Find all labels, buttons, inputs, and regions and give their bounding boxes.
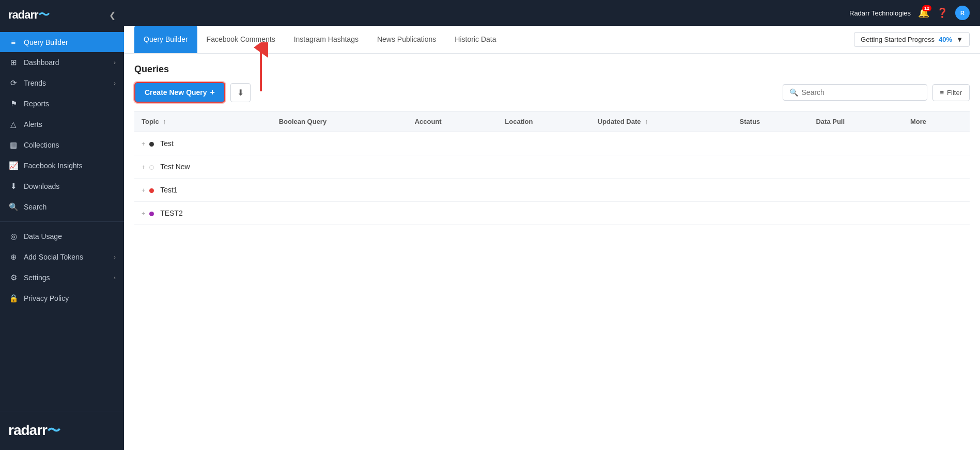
chevron-down-icon: ▼ — [956, 36, 963, 43]
trends-icon: ⟳ — [8, 78, 19, 88]
sidebar-item-collections[interactable]: ▦ Collections — [0, 135, 124, 155]
help-icon[interactable]: ❓ — [937, 7, 948, 19]
sidebar-item-query-builder[interactable]: ≡ Query Builder — [0, 32, 124, 52]
query-builder-icon: ≡ — [8, 38, 19, 46]
sidebar-item-dashboard[interactable]: ⊞ Dashboard › — [0, 52, 124, 73]
plus-icon: + — [210, 88, 215, 97]
sidebar-item-label: Alerts — [24, 120, 116, 128]
tab-news-publications[interactable]: News Publications — [368, 26, 445, 53]
downloads-icon: ⬇ — [8, 182, 19, 191]
sidebar-item-reports[interactable]: ⚑ Reports — [0, 93, 124, 114]
row-data-pull — [808, 132, 903, 155]
sidebar-item-privacy-policy[interactable]: 🔒 Privacy Policy — [0, 288, 124, 309]
sidebar-item-downloads[interactable]: ⬇ Downloads — [0, 176, 124, 197]
sidebar-item-facebook-insights[interactable]: 📈 Facebook Insights — [0, 155, 124, 176]
col-status: Status — [733, 111, 809, 132]
expand-icon[interactable]: + — [142, 186, 146, 194]
sidebar-collapse-button[interactable]: ❮ — [109, 10, 116, 20]
table-row: + TEST2 — [134, 202, 970, 225]
row-account — [408, 202, 498, 225]
row-topic: + Test1 — [134, 179, 272, 202]
sidebar-item-label: Query Builder — [24, 38, 116, 46]
filter-label: Filter — [947, 89, 962, 97]
row-boolean — [272, 202, 408, 225]
col-more: More — [903, 111, 970, 132]
col-updated-date: Updated Date ↑ — [590, 111, 733, 132]
queries-toolbar: Create New Query + ⬇ — [134, 82, 970, 103]
expand-icon[interactable]: + — [142, 163, 146, 171]
expand-icon[interactable]: + — [142, 210, 146, 217]
sidebar-item-label: Collections — [24, 141, 116, 149]
create-query-label: Create New Query — [145, 88, 207, 97]
sidebar-item-label: Dashboard — [24, 58, 108, 67]
row-status — [733, 179, 809, 202]
reports-icon: ⚑ — [8, 99, 19, 108]
row-account — [408, 155, 498, 179]
getting-started-label: Getting Started Progress — [861, 36, 935, 43]
row-location — [497, 202, 590, 225]
search-input[interactable] — [802, 88, 921, 97]
row-status — [733, 155, 809, 179]
collections-icon: ▦ — [8, 140, 19, 150]
sidebar-item-settings[interactable]: ⚙ Settings › — [0, 267, 124, 288]
sidebar-item-label: Trends — [24, 79, 108, 87]
sidebar-divider — [0, 221, 124, 222]
row-updated-date — [590, 132, 733, 155]
footer-logo-wave: 〜 — [47, 423, 60, 438]
privacy-policy-icon: 🔒 — [8, 294, 19, 303]
create-new-query-button[interactable]: Create New Query + — [134, 82, 225, 103]
row-data-pull — [808, 202, 903, 225]
col-account: Account — [408, 111, 498, 132]
table-row: + Test New — [134, 155, 970, 179]
row-more — [903, 179, 970, 202]
getting-started-percent: 40% — [939, 36, 952, 43]
sidebar-item-alerts[interactable]: △ Alerts — [0, 114, 124, 135]
sidebar-item-label: Facebook Insights — [24, 162, 116, 170]
topbar-brand: Radarr Technologies — [849, 9, 911, 17]
sidebar-item-add-social-tokens[interactable]: ⊕ Add Social Tokens › — [0, 247, 124, 267]
logo-wave: 〜 — [38, 8, 49, 21]
row-more — [903, 132, 970, 155]
avatar[interactable]: R — [955, 6, 970, 20]
row-location — [497, 179, 590, 202]
table-row: + Test1 — [134, 179, 970, 202]
sidebar-footer: radarr〜 — [0, 411, 124, 450]
status-dot — [149, 142, 154, 147]
download-button[interactable]: ⬇ — [230, 83, 251, 102]
col-location: Location — [497, 111, 590, 132]
row-status — [733, 202, 809, 225]
sidebar-item-data-usage[interactable]: ◎ Data Usage — [0, 226, 124, 247]
sidebar-item-label: Add Social Tokens — [24, 253, 108, 261]
filter-button[interactable]: ≡ Filter — [932, 84, 970, 101]
row-boolean — [272, 132, 408, 155]
page-tabs-bar: Query Builder Facebook Comments Instagra… — [124, 26, 980, 54]
expand-icon[interactable]: + — [142, 140, 146, 148]
sidebar-item-label: Downloads — [24, 182, 116, 190]
row-account — [408, 179, 498, 202]
sort-icon[interactable]: ↑ — [163, 118, 166, 125]
sidebar-item-search[interactable]: 🔍 Search — [0, 197, 124, 217]
row-boolean — [272, 179, 408, 202]
sort-icon[interactable]: ↑ — [645, 118, 648, 125]
dashboard-icon: ⊞ — [8, 58, 19, 67]
notification-bell[interactable]: 🔔 12 — [918, 7, 929, 19]
data-usage-icon: ◎ — [8, 232, 19, 241]
sidebar: radarr〜 ❮ ≡ Query Builder ⊞ Dashboard › … — [0, 0, 124, 450]
row-more — [903, 155, 970, 179]
row-topic: + TEST2 — [134, 202, 272, 225]
chevron-right-icon: › — [114, 80, 116, 86]
tab-instagram-hashtags[interactable]: Instagram Hashtags — [285, 26, 368, 53]
table-row: + Test — [134, 132, 970, 155]
row-updated-date — [590, 179, 733, 202]
chevron-right-icon: › — [114, 59, 116, 66]
queries-table-body: + Test + — [134, 132, 970, 225]
tab-historic-data[interactable]: Historic Data — [445, 26, 505, 53]
chevron-right-icon: › — [114, 254, 116, 260]
toolbar-left: Create New Query + ⬇ — [134, 82, 282, 103]
tab-facebook-comments[interactable]: Facebook Comments — [197, 26, 285, 53]
sidebar-item-trends[interactable]: ⟳ Trends › — [0, 73, 124, 93]
main-wrapper: Radarr Technologies 🔔 12 ❓ R Query Build… — [124, 0, 980, 450]
tab-query-builder[interactable]: Query Builder — [134, 26, 197, 53]
row-updated-date — [590, 155, 733, 179]
getting-started-progress[interactable]: Getting Started Progress 40% ▼ — [854, 32, 970, 47]
